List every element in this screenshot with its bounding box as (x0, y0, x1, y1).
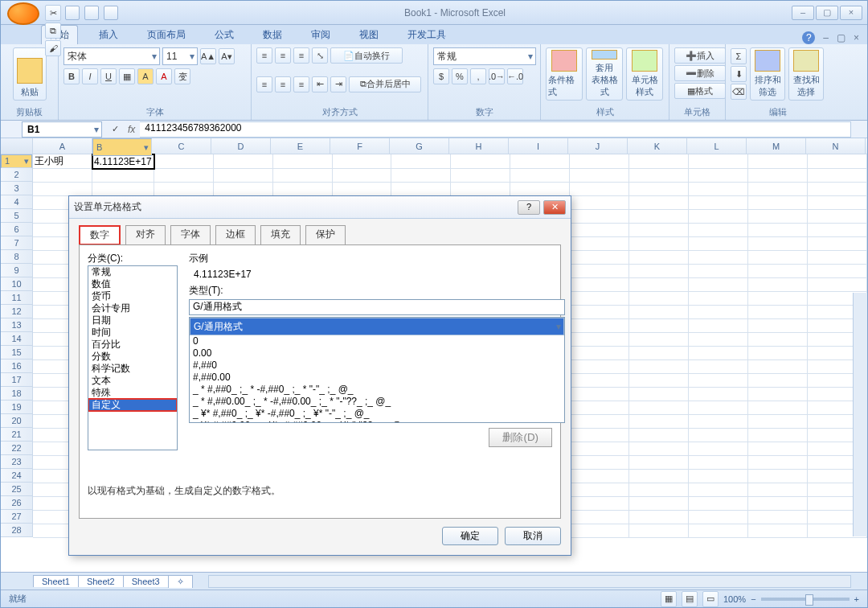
cell[interactable] (570, 278, 629, 292)
cell[interactable] (570, 154, 629, 169)
type-input[interactable]: G/通用格式 (189, 299, 565, 315)
row-header[interactable]: 9 (1, 264, 32, 277)
indent-dec-icon[interactable]: ⇤ (312, 76, 328, 92)
category-item[interactable]: 特殊 (88, 387, 177, 399)
format-painter-icon[interactable]: 🖌 (45, 40, 61, 56)
autosum-icon[interactable]: Σ (731, 48, 747, 64)
cell[interactable] (92, 183, 154, 196)
cell[interactable] (689, 524, 748, 538)
cell[interactable] (629, 497, 689, 511)
row-header[interactable]: 4 (1, 195, 32, 209)
row-header[interactable]: 26 (1, 496, 32, 510)
cell[interactable] (333, 183, 392, 196)
cell[interactable] (33, 183, 92, 196)
merge-center-button[interactable]: ⧉ 合并后居中 (349, 76, 421, 92)
col-header[interactable]: H (449, 138, 509, 154)
category-item[interactable]: 数值 (88, 278, 177, 290)
cell[interactable] (808, 237, 867, 251)
dialog-tab-border[interactable]: 边框 (215, 225, 256, 245)
zoom-slider[interactable] (761, 598, 850, 601)
align-top-icon[interactable]: ≡ (256, 47, 272, 64)
cell[interactable] (570, 388, 629, 401)
cell[interactable] (748, 360, 808, 374)
cell[interactable] (570, 456, 629, 470)
cell[interactable] (629, 429, 689, 442)
print-icon[interactable] (104, 6, 118, 20)
cell[interactable] (689, 374, 748, 388)
cell[interactable] (92, 169, 154, 183)
cell[interactable] (808, 210, 867, 224)
row-header[interactable]: 14 (1, 332, 32, 346)
view-normal-icon[interactable]: ▦ (661, 591, 677, 607)
cell[interactable] (570, 442, 629, 456)
col-header[interactable]: F (330, 138, 390, 154)
cancel-button[interactable]: 取消 (505, 527, 561, 545)
cell[interactable] (748, 224, 808, 237)
col-header[interactable]: N (806, 138, 866, 154)
mdi-restore-icon[interactable]: ▢ (837, 32, 845, 43)
zoom-in-icon[interactable]: + (854, 594, 859, 604)
cell[interactable] (570, 347, 629, 360)
cell[interactable] (629, 319, 689, 333)
cell[interactable] (214, 169, 273, 183)
row-header[interactable]: 13 (1, 318, 32, 332)
row-header[interactable]: 10 (1, 277, 32, 291)
cell[interactable] (748, 374, 808, 388)
formula-bar[interactable]: 411123456789362000 (140, 121, 851, 138)
cell[interactable] (510, 183, 570, 196)
cell[interactable] (570, 292, 629, 306)
cell[interactable] (748, 511, 808, 524)
type-item[interactable]: #,##0 (190, 359, 564, 372)
paste-button[interactable]: 粘贴 (13, 47, 47, 101)
row-header[interactable]: 5 (1, 209, 32, 223)
cell[interactable] (629, 292, 689, 306)
row-header[interactable]: 16 (1, 359, 32, 373)
cell[interactable] (154, 183, 214, 196)
type-item[interactable]: 0 (190, 335, 564, 347)
zoom-out-icon[interactable]: − (751, 594, 755, 604)
dialog-tab-protect[interactable]: 保护 (305, 225, 346, 245)
sheet-tab[interactable]: Sheet2 (78, 575, 124, 587)
cell[interactable] (689, 347, 748, 360)
tab-layout[interactable]: 页面布局 (139, 26, 194, 44)
type-item[interactable]: G/通用格式 (190, 318, 564, 335)
ok-button[interactable]: 确定 (442, 527, 498, 545)
cell[interactable] (748, 306, 808, 319)
font-name-select[interactable]: 宋体 (63, 47, 160, 65)
cell[interactable] (154, 154, 214, 169)
cell[interactable] (570, 224, 629, 237)
cell[interactable] (214, 183, 273, 196)
cell[interactable] (570, 524, 629, 538)
cell[interactable] (748, 169, 808, 183)
tab-formula[interactable]: 公式 (207, 26, 242, 44)
cell[interactable] (273, 169, 333, 183)
row-header[interactable]: 27 (1, 510, 32, 524)
cell[interactable] (689, 442, 748, 456)
row-header[interactable]: 28 (1, 524, 32, 537)
cell[interactable] (689, 388, 748, 401)
cell[interactable] (748, 196, 808, 210)
cell[interactable] (748, 415, 808, 429)
align-center-icon[interactable]: ≡ (275, 76, 291, 92)
cell[interactable] (689, 278, 748, 292)
category-item[interactable]: 时间 (88, 327, 177, 339)
table-style-button[interactable]: 套用 表格格式 (586, 47, 623, 101)
cells-insert-button[interactable]: ➕ 插入 (674, 47, 726, 64)
cell[interactable] (629, 483, 689, 497)
cell[interactable] (629, 415, 689, 429)
cell[interactable] (748, 278, 808, 292)
cell[interactable] (570, 374, 629, 388)
cell[interactable] (391, 169, 451, 183)
cell[interactable] (748, 401, 808, 415)
dialog-tab-fill[interactable]: 填充 (260, 225, 301, 245)
cell[interactable] (333, 169, 392, 183)
redo-icon[interactable] (84, 6, 99, 20)
cell[interactable] (570, 319, 629, 333)
cell[interactable] (748, 237, 808, 251)
align-mid-icon[interactable]: ≡ (275, 47, 291, 64)
dialog-tab-align[interactable]: 对齐 (125, 225, 166, 245)
cell[interactable] (629, 224, 689, 237)
cell[interactable] (510, 169, 570, 183)
category-item[interactable]: 常规 (88, 266, 177, 278)
cell[interactable] (748, 470, 808, 483)
